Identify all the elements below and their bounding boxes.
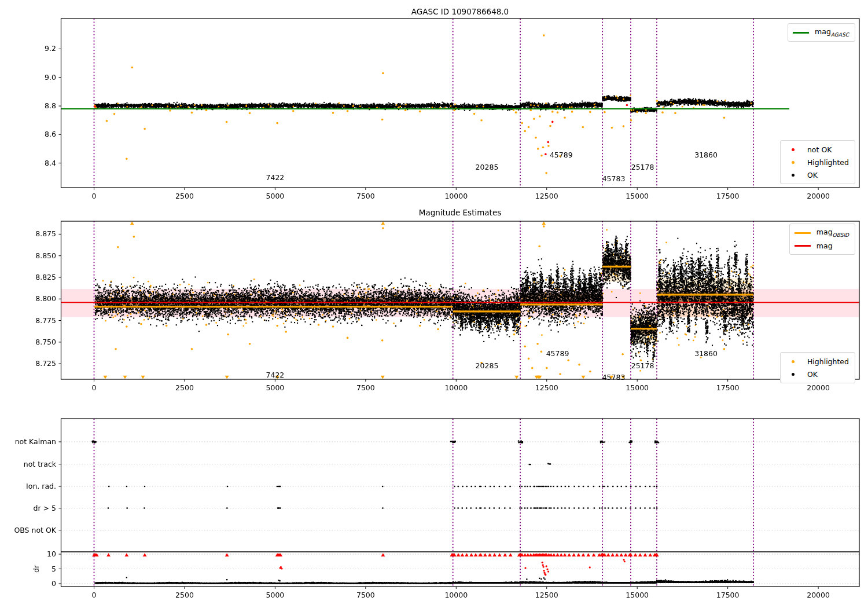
p2-xtick: 10000 [444, 383, 468, 392]
p1-xtick: 7500 [356, 192, 375, 200]
legend-dot-swatch [785, 360, 801, 363]
p2-ytick: 8.775 [0, 316, 56, 325]
p2-obsid-label: 31860 [694, 349, 718, 358]
p3-xtick: 2500 [175, 591, 194, 599]
p2-xtick: 15000 [626, 383, 649, 392]
p3-row-label: not Kalman [0, 437, 56, 446]
p2-legend-lines-item: mag [795, 239, 849, 252]
p3-xtick: 12500 [535, 591, 558, 599]
p1-ytick: 9.2 [0, 44, 56, 53]
legend-dot-swatch [785, 148, 801, 151]
p1-xtick: 20000 [807, 192, 830, 200]
p3-row-label: Ion. rad. [0, 482, 56, 490]
legend-label: not OK [807, 145, 832, 154]
p1-obsid-label: 45789 [550, 150, 573, 159]
p2-xtick: 5000 [266, 383, 285, 392]
chart-canvas [0, 0, 868, 608]
p2-ytick: 8.825 [0, 273, 56, 281]
legend-label: Highlighted [807, 357, 849, 366]
p1-legend-markers-item: Highlighted [785, 156, 849, 169]
p3-xtick: 0 [92, 591, 97, 599]
p3-row-label: not track [0, 460, 56, 468]
p1-legend-mag-agasc: magAGASC [788, 23, 855, 42]
legend-label: magAGASC [815, 27, 849, 38]
middle-panel-title: Magnitude Estimates [61, 208, 859, 217]
p1-xtick: 17500 [716, 192, 740, 200]
legend-label: Highlighted [807, 158, 849, 167]
p1-obsid-label: 20285 [476, 162, 499, 171]
p2-xtick: 2500 [175, 383, 194, 392]
p2-ytick: 8.800 [0, 294, 56, 303]
p1-ytick: 8.8 [0, 101, 56, 110]
p2-xtick: 7500 [356, 383, 375, 392]
p3-row-label: dr > 5 [0, 504, 56, 512]
p1-xtick: 2500 [175, 192, 194, 200]
p2-ytick: 8.725 [0, 359, 56, 368]
legend-dot-swatch [785, 161, 801, 164]
p2-xtick: 17500 [716, 383, 740, 392]
p3-row-label: OBS not OK [0, 526, 56, 534]
p2-legend-markers: HighlightedOK [780, 352, 855, 383]
legend-label: OK [807, 171, 818, 180]
legend-line-swatch [795, 232, 811, 234]
p3-xtick: 10000 [444, 591, 468, 599]
p3-xtick: 5000 [266, 591, 285, 599]
p2-ytick: 8.850 [0, 251, 56, 260]
p1-legend-markers: not OKHighlightedOK [780, 140, 855, 184]
p1-ytick: 8.6 [0, 130, 56, 138]
p2-obsid-label: 7422 [266, 370, 285, 379]
p2-xtick: 20000 [807, 383, 830, 392]
p2-ytick: 8.875 [0, 229, 56, 238]
p2-obsid-label: 45783 [602, 372, 626, 381]
legend-dot-swatch [785, 373, 801, 376]
p2-xtick: 0 [92, 383, 97, 392]
p1-xtick: 0 [92, 192, 97, 200]
p1-ytick: 8.4 [0, 159, 56, 167]
p2-legend-lines: magOBSIDmag [789, 224, 855, 255]
p1-xtick: 12500 [535, 192, 558, 200]
dr-axis-label: dr [32, 565, 41, 572]
p2-legend-markers-item: Highlighted [785, 355, 849, 368]
p2-xtick: 12500 [535, 383, 558, 392]
matplotlib-figure: AGASC ID 1090786648.0 Magnitude Estimate… [0, 0, 868, 608]
legend-line-swatch [793, 32, 809, 34]
p1-obsid-label: 31860 [694, 150, 718, 159]
p3-dr-tick: 0 [0, 579, 56, 588]
p3-xtick: 20000 [807, 591, 830, 599]
p2-legend-markers-item: OK [785, 368, 849, 380]
top-panel-title: AGASC ID 1090786648.0 [61, 7, 859, 16]
p1-obsid-label: 45783 [602, 174, 626, 183]
legend-line-swatch [795, 245, 811, 247]
p1-legend-markers-item: OK [785, 169, 849, 181]
legend-label: magOBSID [816, 228, 849, 238]
p1-xtick: 5000 [266, 192, 285, 200]
p1-obsid-label: 7422 [266, 173, 285, 182]
p3-xtick: 7500 [356, 591, 375, 599]
p3-xtick: 17500 [716, 591, 740, 599]
p1-xtick: 15000 [626, 192, 649, 200]
legend-dot-swatch [785, 174, 801, 177]
p1-legend-mag-agasc-item: magAGASC [793, 26, 849, 39]
p2-ytick: 8.750 [0, 338, 56, 346]
legend-label: OK [807, 370, 818, 379]
p2-obsid-label: 45789 [546, 349, 569, 358]
p2-legend-lines-item: magOBSID [795, 226, 849, 239]
p1-xtick: 10000 [444, 192, 468, 200]
p3-xtick: 15000 [626, 591, 649, 599]
legend-label: mag [816, 241, 833, 250]
p3-dr-tick: 10 [0, 550, 56, 558]
p1-obsid-label: 25178 [631, 162, 654, 171]
p2-obsid-label: 20285 [476, 361, 499, 370]
p1-legend-markers-item: not OK [785, 143, 849, 156]
p1-ytick: 9.0 [0, 73, 56, 82]
p3-dr-tick: 5 [0, 565, 56, 573]
p2-obsid-label: 25178 [631, 361, 654, 370]
